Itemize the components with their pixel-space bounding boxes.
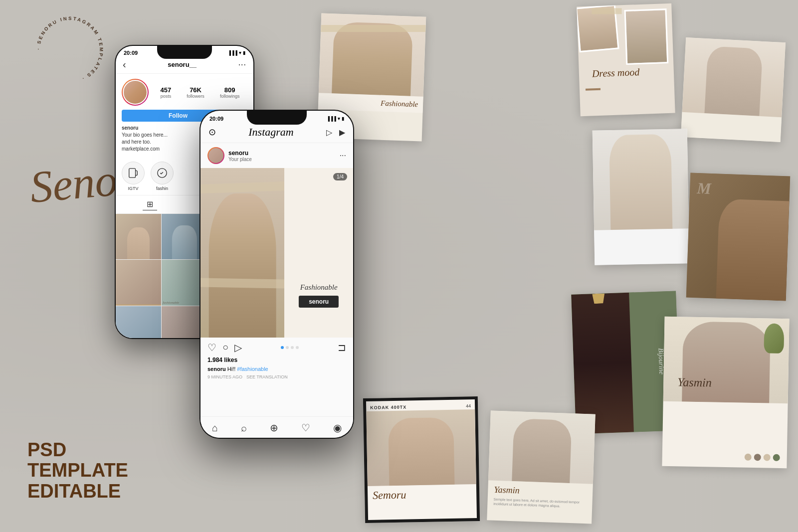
ph1-counts: 457 posts 76K followers 809 followings: [153, 86, 247, 99]
ph2-profile-icon[interactable]: ◉: [333, 422, 342, 434]
swatch-2: [754, 454, 761, 461]
ph2-bookmark-icon[interactable]: ⊐: [338, 342, 346, 354]
ph2-post-avatar-inner: [208, 148, 223, 163]
card-kodak-num: 44: [466, 403, 471, 408]
ph2-woman-silhouette: [209, 193, 276, 338]
card-brown-figure: [716, 199, 790, 301]
ph2-slide-indicator: 1/4: [333, 173, 347, 180]
ph2-post-time: 9 MINUTES AGO SEE TRANSLATION: [200, 374, 353, 380]
card-fashionable-label: Fashionable: [323, 97, 418, 109]
ph2-heart-nav-icon[interactable]: ♡: [301, 422, 310, 434]
ph1-highlight-igtv-circle: [122, 162, 145, 184]
ph2-see-translation[interactable]: SEE TRANSLATION: [246, 374, 288, 379]
ph2-likes: 1.984 likes: [200, 355, 353, 365]
card-blonde: [593, 129, 690, 265]
ph2-carousel-dots: [281, 345, 299, 350]
ph1-bio-text: Your bio goes here...and here too.market…: [122, 132, 168, 152]
ph1-highlight-igtv[interactable]: IGTV: [122, 162, 145, 191]
card-fashion-figure: [332, 21, 412, 96]
ph2-post-img-bg: Fashionable senoru 1/4: [200, 168, 353, 338]
ph2-bottom-nav: ⌂ ⌕ ⊕ ♡ ◉: [200, 416, 353, 438]
phone-front: 20:09 ▐▐▐ ▾ ▮ ⊙ Instagram ▷ ▶: [200, 110, 354, 439]
ph1-highlight-fashin[interactable]: fashin: [151, 162, 174, 191]
ph1-more-icon[interactable]: ···: [238, 60, 246, 69]
card-script-figure: [512, 418, 572, 483]
card-yasmin: Yasmin: [662, 317, 789, 468]
ph2-post-right-panel: Fashionable senoru: [284, 168, 353, 338]
ph2-header-icons: ▷ ▶: [326, 128, 345, 137]
card-dress-mood-text-area: Dress mood: [579, 68, 675, 95]
psd-line1: PSD: [27, 440, 128, 461]
ph2-search-icon[interactable]: ⌕: [241, 422, 247, 434]
card-kodak-label: KODAK 400TX: [370, 405, 406, 410]
card-blonde-photo: [593, 129, 689, 230]
ph1-back-arrow[interactable]: ‹: [123, 59, 126, 70]
ph2-app-logo: Instagram: [248, 126, 293, 139]
ph2-send-icon[interactable]: ▶: [339, 128, 345, 137]
ph2-post-actions: ♡ ○ ▷ ⊐: [200, 338, 353, 355]
ph2-senoru-badge: senoru: [299, 296, 339, 308]
circular-text-container: · SENORU INSTAGRAM TEMPLATES ·: [30, 10, 110, 90]
card-yasmin-footer: Yasmin: [663, 401, 788, 425]
ph2-heart-icon[interactable]: ♡: [207, 342, 216, 354]
scene: · SENORU INSTAGRAM TEMPLATES · Senora PS…: [0, 0, 798, 532]
ph1-header: ‹ senoru__ ···: [116, 58, 253, 74]
card-kodak: KODAK 400TX 44 Semoru: [363, 396, 480, 523]
ph1-posts-count: 457 posts: [161, 86, 172, 99]
ph1-followings-count: 809 followings: [220, 86, 240, 99]
ph2-add-icon[interactable]: ⊕: [270, 422, 278, 434]
ph1-grid-cell-7[interactable]: [116, 306, 161, 338]
ph2-wifi-icon: ▾: [338, 116, 340, 121]
card-far-right-figure: [704, 46, 763, 116]
card-script-body-text: Semple text goes here, Ad sit amet, do e…: [493, 497, 587, 510]
svg-text:· SENORU INSTAGRAM TEMPLATES ·: · SENORU INSTAGRAM TEMPLATES ·: [35, 15, 104, 82]
card-kodak-photo: [366, 409, 476, 486]
card-bottom-script: Yasmin Semple text goes here, Ad sit ame…: [487, 410, 596, 524]
card-brown-bg: M: [686, 173, 791, 301]
ph2-caption-username: senoru: [207, 366, 226, 372]
ph2-post-user: senoru Your place: [207, 147, 252, 164]
ph1-stats-row: 457 posts 76K followers 809 followings: [122, 79, 247, 106]
ph1-battery-icon: ▮: [243, 50, 245, 55]
ph1-avatar-inner: [123, 80, 148, 105]
card-blonde-footer: [594, 228, 689, 265]
card-dress-mood-photo1: [624, 8, 669, 65]
card-top-far-right: [681, 37, 786, 142]
ph2-tv-icon[interactable]: ▷: [326, 128, 332, 137]
ph2-comment-icon[interactable]: ○: [222, 342, 228, 354]
ph1-avatar[interactable]: [122, 79, 149, 106]
card-yasmin-swatches: [745, 454, 780, 461]
ph2-app-header: ⊙ Instagram ▷ ▶: [200, 124, 353, 143]
card-yasmin-figure: [682, 321, 771, 403]
psd-line2: TEMPLATE: [27, 460, 128, 481]
ph2-post-more-icon[interactable]: ···: [340, 151, 346, 160]
ph1-tab-grid[interactable]: ⊞: [143, 198, 157, 210]
ph2-time: 20:09: [209, 116, 223, 122]
swatch-1: [745, 454, 752, 461]
ph1-time: 20:09: [124, 50, 138, 56]
card-dress-mood-label: Dress mood: [592, 65, 675, 80]
ph1-grid-cell-4[interactable]: [116, 260, 161, 305]
ph2-post-location: Your place: [228, 157, 252, 162]
ph1-grid-cell-1[interactable]: [116, 214, 161, 259]
card-fashionable-photo: [319, 13, 426, 96]
ph2-post-username: senoru: [228, 150, 252, 157]
card-fashion-tape: [319, 25, 426, 32]
ph2-tape-bottom: [200, 278, 287, 288]
ph2-post-left-panel: [200, 168, 284, 338]
ph2-share-icon[interactable]: ▷: [234, 342, 242, 354]
ph2-time-ago: 9 MINUTES AGO: [207, 374, 242, 379]
ph2-caption-hashtag: #fashionable: [237, 366, 268, 372]
ph2-caption-text: Hi!!: [227, 366, 237, 372]
card-script-text: Yasmin: [494, 485, 587, 498]
ph2-home-icon[interactable]: ⌂: [212, 422, 218, 434]
phone-front-notch: [247, 110, 307, 125]
card-dress-mood-photo: [577, 3, 673, 72]
phone-front-screen: 20:09 ▐▐▐ ▾ ▮ ⊙ Instagram ▷ ▶: [200, 111, 353, 438]
ph1-signal-icon: ▐▐▐: [228, 50, 237, 55]
swatch-4: [773, 454, 780, 461]
ph2-camera-icon[interactable]: ⊙: [208, 127, 216, 138]
ph1-username: senoru__: [168, 61, 197, 68]
ph2-post-avatar[interactable]: [207, 147, 224, 164]
swatch-3: [764, 454, 771, 461]
